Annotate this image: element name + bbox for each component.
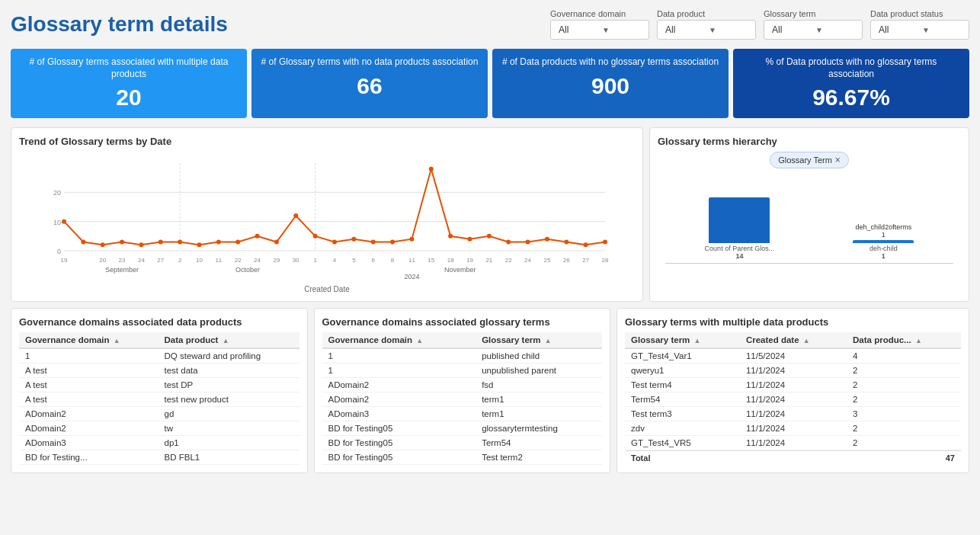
th-ggt-head-1[interactable]: Glossary term ▲ [476,332,602,348]
svg-text:28: 28 [602,257,609,264]
td-ggt-head-5-1: glossarytermtesting [476,421,602,436]
td-gm-head-6-1: 11/1/2024 [740,436,847,450]
bottom-row: Governance domains associated data produ… [11,308,969,473]
td-gdp-head-3-1: test new product [159,392,299,407]
sort-icon-0: ▲ [416,337,423,344]
th-gm-head-1[interactable]: Created date ▲ [740,332,847,348]
filter-select-0[interactable]: All ▼ [550,20,649,40]
svg-text:0: 0 [57,248,61,255]
table-row: Test term311/1/20243 [625,407,961,421]
td-gdp-head-4-0: ADomain2 [19,407,159,421]
td-ggt-head-0-0: 1 [322,348,476,364]
svg-text:21: 21 [485,257,492,264]
gov-glossary-terms-scroll[interactable]: Governance domain ▲Glossary term ▲ 1publ… [322,332,603,465]
svg-text:10: 10 [53,219,61,226]
td-gdp-head-1-0: A test [19,364,159,378]
filter-select-1[interactable]: All ▼ [657,20,756,40]
chevron-down-icon-1: ▼ [709,26,748,34]
td-ggt-head-6-0: BD for Testing05 [322,436,476,450]
table-row: ADomain3term1 [322,407,603,421]
table-row: 1published child [322,348,603,364]
bar-group-1: deh_child2ofterms1 deh-child1 [853,223,914,260]
glossary-multiple-scroll[interactable]: Glossary term ▲Created date ▲Data produc… [625,332,961,450]
td-gm-head-4-0: Test term3 [625,407,740,421]
filter-value-2: All [772,24,811,35]
svg-point-65 [545,237,549,242]
kpi-card-2: # of Data products with no glossary term… [492,49,729,118]
svg-point-60 [448,234,453,239]
td-gdp-head-5-1: tw [159,421,299,436]
svg-point-62 [487,234,492,239]
sort-icon-0: ▲ [114,337,120,344]
svg-point-46 [178,240,182,245]
bar-group-0: Count of Parent Glos...14 [705,196,775,260]
svg-text:18: 18 [447,257,454,264]
svg-text:November: November [444,266,476,274]
kpi-card-1: # of Glossary terms with no data product… [251,49,488,118]
th-ggt-head-0[interactable]: Governance domain ▲ [322,332,476,348]
main-row: Trend of Glossary terms by Date 01020Sep… [11,127,969,302]
table-row: ADomain3dp1 [19,436,299,450]
svg-point-42 [101,243,105,248]
svg-text:8: 8 [391,257,395,264]
svg-point-56 [371,240,376,245]
svg-text:1: 1 [313,257,317,264]
svg-text:24: 24 [524,257,531,264]
td-gm-head-2-2: 2 [847,378,961,392]
svg-text:24: 24 [138,257,145,264]
td-ggt-head-5-0: BD for Testing05 [322,421,476,436]
td-gm-head-0-2: 4 [847,348,961,364]
svg-text:19: 19 [466,257,473,264]
svg-point-53 [313,234,318,239]
svg-point-40 [62,219,66,224]
kpi-card-0: # of Glossary terms associated with mult… [11,49,247,118]
svg-point-43 [120,240,124,245]
svg-point-44 [139,243,143,248]
svg-point-49 [235,240,240,245]
th-gm-head-2[interactable]: Data produc... ▲ [847,332,961,348]
td-gm-head-5-2: 2 [847,421,961,436]
hierarchy-panel: Glossary terms hierarchy Glossary Term ×… [649,127,969,302]
svg-text:October: October [235,266,260,274]
td-gm-head-3-1: 11/1/2024 [740,392,847,407]
th-gm-head-0[interactable]: Glossary term ▲ [625,332,740,348]
table-row: BD for Testing...BD FBL1 [19,450,299,465]
table-row: ADomain2fsd [322,378,603,392]
kpi-row: # of Glossary terms associated with mult… [11,49,969,118]
table-row: BD for Testing05glossarytermtesting [322,421,603,436]
table-row: ADomain2tw [19,421,299,436]
table-row: A testtest DP [19,378,299,392]
svg-text:September: September [105,266,139,274]
kpi-card-3: % of Data products with no glossary term… [733,49,969,118]
td-gm-head-1-2: 2 [847,364,961,378]
hierarchy-bars: Count of Parent Glos...14 deh_child2ofte… [658,181,961,277]
kpi-value-2: 900 [501,73,719,99]
svg-point-66 [564,240,568,245]
td-gm-head-2-0: Test term4 [625,378,740,392]
td-gdp-head-7-1: BD FBL1 [159,450,299,465]
svg-text:10: 10 [196,257,203,264]
filter-select-2[interactable]: All ▼ [764,20,863,40]
gov-data-products-scroll[interactable]: Governance domain ▲Data product ▲ 1DQ st… [19,332,299,465]
chart-x-label: Created Date [19,285,635,293]
td-gm-head-6-2: 2 [847,436,961,450]
bar-name-0: Count of Parent Glos...14 [705,245,775,260]
th-gdp-head-1[interactable]: Data product ▲ [159,332,299,348]
kpi-value-3: 96.67% [742,85,960,111]
table-row: qweryu111/1/20242 [625,364,961,378]
hierarchy-chip[interactable]: Glossary Term × [770,152,849,168]
bar-axis [665,263,953,264]
td-gm-head-3-2: 2 [847,392,961,407]
svg-point-45 [159,240,163,245]
td-gdp-head-4-1: gd [159,407,299,421]
svg-text:20: 20 [99,257,106,264]
th-gdp-head-0[interactable]: Governance domain ▲ [19,332,159,348]
td-gm-head-5-1: 11/1/2024 [740,421,847,436]
page-title: Glossary term details [11,12,538,37]
svg-text:15: 15 [428,257,434,264]
filter-select-3[interactable]: All ▼ [870,20,969,40]
hierarchy-chip-close[interactable]: × [835,155,841,165]
svg-point-48 [216,240,221,245]
td-gm-head-0-1: 11/5/2024 [740,348,847,364]
td-ggt-head-1-1: unpublished parent [476,364,602,378]
